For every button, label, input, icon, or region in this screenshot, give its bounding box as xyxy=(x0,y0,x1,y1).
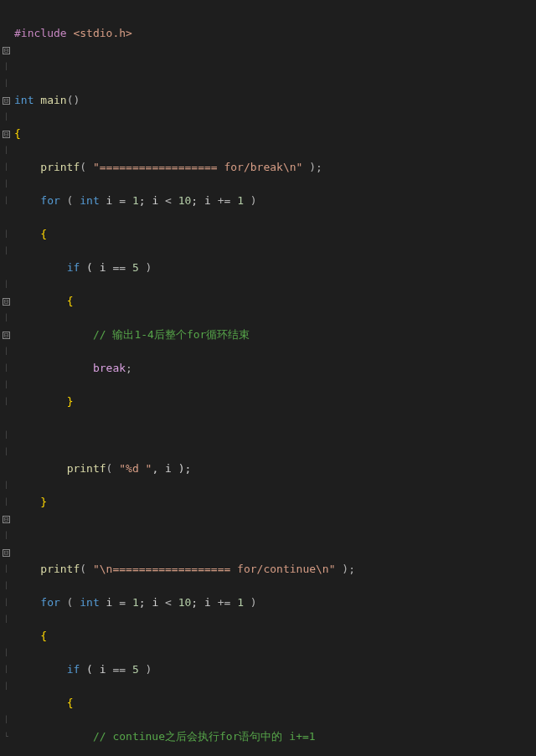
fold-icon[interactable]: ⊟ xyxy=(3,516,10,523)
fold-icon[interactable]: ⊟ xyxy=(3,131,10,138)
code-line: { xyxy=(14,226,536,243)
code-line: if ( i == 5 ) xyxy=(14,661,536,678)
code-line: for ( int i = 1; i < 10; i += 1 ) xyxy=(14,594,536,611)
fold-icon[interactable]: ⊟ xyxy=(3,549,10,557)
code-line: // continue之后会执行for语句中的 i+=1 xyxy=(14,728,536,745)
code-line: break; xyxy=(14,360,536,377)
code-editor: ⊟ │ │ ⊟ │ ⊟ │ │ │ │ │ │ │ ⊟ │ ⊟ │ │ │ │ … xyxy=(0,0,536,756)
code-line: #include <stdio.h> xyxy=(14,25,536,42)
code-line xyxy=(14,59,536,75)
code-line: { xyxy=(14,628,536,645)
code-line: // 输出1-4后整个for循环结束 xyxy=(14,327,536,343)
fold-icon[interactable]: ⊟ xyxy=(3,47,10,54)
code-line: { xyxy=(14,293,536,310)
code-line: { xyxy=(14,695,536,712)
code-line: { xyxy=(14,126,536,142)
code-line: } xyxy=(14,494,536,511)
code-line: } xyxy=(14,393,536,410)
fold-icon[interactable]: ⊟ xyxy=(3,97,10,105)
code-line: int main() xyxy=(14,92,536,109)
code-line: printf( "%d ", i ); xyxy=(14,460,536,477)
fold-icon[interactable]: ⊟ xyxy=(3,332,10,339)
code-line: if ( i == 5 ) xyxy=(14,260,536,276)
code-line xyxy=(14,427,536,444)
fold-gutter: ⊟ │ │ ⊟ │ ⊟ │ │ │ │ │ │ │ ⊟ │ ⊟ │ │ │ │ … xyxy=(0,8,13,756)
code-line: printf( "\n================== for/contin… xyxy=(14,561,536,578)
code-line: printf( "================== for/break\n"… xyxy=(14,159,536,176)
code-line: for ( int i = 1; i < 10; i += 1 ) xyxy=(14,193,536,209)
code-line xyxy=(14,527,536,544)
fold-icon[interactable]: ⊟ xyxy=(3,298,10,306)
code-area[interactable]: #include <stdio.h> int main() { printf( … xyxy=(13,8,536,756)
